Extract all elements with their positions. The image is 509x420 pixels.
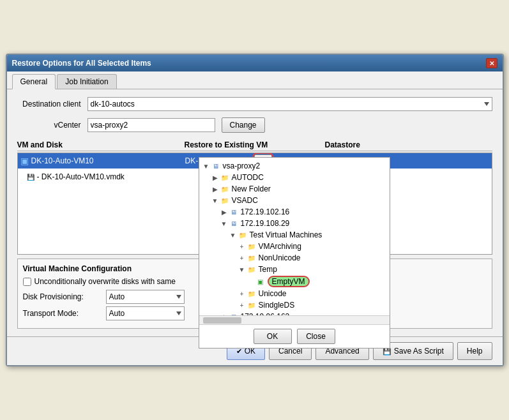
expand-icon: ▼ (238, 266, 247, 273)
folder-icon: 📁 (247, 300, 257, 310)
server-icon: 🖥 (211, 161, 221, 171)
tab-general[interactable]: General (12, 74, 56, 89)
help-button[interactable]: Help (457, 342, 492, 360)
close-button[interactable]: ✕ (486, 58, 498, 68)
server-icon: 🖥 (229, 207, 239, 217)
expand-icon: + (238, 255, 247, 262)
col-vm-disk: VM and Disk (17, 140, 185, 149)
tree-label-vmarchiving: VMArchiving (259, 242, 301, 251)
vm-icon: ▣ (20, 156, 29, 166)
tree-popup-buttons: OK Close (199, 324, 390, 348)
destination-client-label: Destination client (17, 100, 87, 109)
tree-label-autodc: AUTODC (232, 173, 264, 182)
tab-job-initiation[interactable]: Job Initiation (57, 74, 116, 89)
overwrite-label: Unconditionally overwrite disks with sam… (34, 277, 176, 286)
vcenter-input[interactable] (87, 118, 215, 132)
folder-icon: 📁 (220, 172, 230, 183)
tab-bar: General Job Initiation (7, 71, 503, 89)
disk-provisioning-select[interactable]: Auto AutoThinThickEagerZeroedThick (106, 290, 185, 304)
scrollbar-thumb (203, 317, 241, 324)
dialog-title: Restore Options for All Selected Items (12, 59, 151, 68)
tree-label-new-folder: New Folder (232, 184, 271, 193)
transport-mode-label: Transport Mode: (23, 309, 106, 318)
tree-node-172-96[interactable]: + 🖥 172.19.96.163 (202, 311, 387, 315)
tree-node-autodc[interactable]: ▶ 📁 AUTODC (202, 172, 387, 183)
tree-node-test-vms[interactable]: ▼ 📁 Test Virtual Machines (202, 229, 387, 241)
overwrite-checkbox[interactable] (23, 278, 31, 286)
server-icon: 🖥 (229, 218, 239, 229)
tree-node-sindgleds[interactable]: + 📁 SindgleDS (202, 299, 387, 311)
transport-mode-select[interactable]: Auto AutoThinThickEagerZeroedThick (106, 306, 185, 320)
tree-node-emptyvm[interactable]: ▣ EmptyVM (202, 275, 387, 288)
vm-icon: ▣ (255, 276, 266, 287)
title-bar: Restore Options for All Selected Items ✕ (7, 55, 503, 71)
disk-provisioning-label: Disk Provisioning: (23, 292, 106, 301)
destination-client-select[interactable]: dk-10-autocs (87, 97, 492, 111)
tree-close-button[interactable]: Close (297, 329, 335, 344)
folder-icon: 📁 (247, 253, 257, 263)
folder-icon: 📁 (220, 195, 230, 206)
tree-label-172-102: 172.19.102.16 (241, 207, 290, 216)
expand-icon: ▶ (211, 186, 220, 193)
tree-node-unicode[interactable]: + 📁 Unicode (202, 288, 387, 299)
folder-icon: 📁 (247, 264, 257, 274)
vm-name: DK-10-Auto-VM10 (31, 156, 94, 165)
tree-node-vmarchiving[interactable]: + 📁 VMArchiving (202, 241, 387, 252)
destination-client-row: Destination client dk-10-autocs (17, 97, 492, 111)
expand-icon: ▼ (229, 232, 238, 239)
expand-icon: ▶ (211, 174, 220, 181)
tree-label-sindgleds: SindgleDS (259, 301, 295, 310)
col-datastore: Datastore (325, 140, 492, 149)
disk-name: - DK-10-Auto-VM10.vmdk (37, 172, 125, 181)
folder-icon: 📁 (247, 289, 257, 299)
tree-node-temp[interactable]: ▼ 📁 Temp (202, 264, 387, 275)
expand-icon: + (238, 302, 247, 309)
expand-icon: ▼ (211, 197, 220, 204)
tree-scroll[interactable]: ▼ 🖥 vsa-proxy2 ▶ 📁 AUTODC ▶ 📁 New (199, 158, 390, 315)
tree-ok-button[interactable]: OK (254, 329, 292, 344)
expand-icon: ▼ (220, 220, 229, 227)
tree-label-temp: Temp (259, 265, 277, 274)
disk-icon: 💾 (27, 174, 34, 181)
expand-icon: ▼ (202, 163, 211, 170)
tree-popup: ▼ 🖥 vsa-proxy2 ▶ 📁 AUTODC ▶ 📁 New (199, 157, 390, 349)
tree-node-172-102[interactable]: ▶ 🖥 172.19.102.16 (202, 206, 387, 218)
dialog-body: Destination client dk-10-autocs vCenter … (7, 89, 503, 336)
expand-icon: ▶ (220, 209, 229, 216)
tree-label-vsadc: VSADC (232, 196, 258, 205)
tree-label-172-108: 172.19.108.29 (241, 219, 290, 228)
tree-scrollbar-h (199, 315, 390, 324)
folder-icon: 📁 (247, 241, 257, 251)
tree-label-unicode: Unicode (259, 289, 287, 298)
main-area: VM and Disk Restore to Existing VM Datas… (17, 139, 492, 255)
tree-node-vsadc[interactable]: ▼ 📁 VSADC (202, 195, 387, 206)
tree-label-nonunicode: NonUnicode (259, 253, 301, 262)
vcenter-row: vCenter Change (17, 117, 492, 133)
change-button[interactable]: Change (222, 117, 265, 133)
vcenter-label: vCenter (17, 121, 87, 130)
expand-icon: + (238, 243, 247, 250)
folder-icon: 📁 (220, 184, 230, 194)
main-dialog: Restore Options for All Selected Items ✕… (6, 54, 504, 366)
folder-icon: 📁 (238, 230, 248, 240)
expand-icon: + (238, 290, 247, 297)
tree-label-test-vms: Test Virtual Machines (250, 230, 323, 239)
tree-node-nonunicode[interactable]: + 📁 NonUnicode (202, 252, 387, 264)
tree-node-172-108[interactable]: ▼ 🖥 172.19.108.29 (202, 218, 387, 229)
col-restore: Restore to Existing VM (185, 140, 325, 149)
tree-node-new-folder[interactable]: ▶ 📁 New Folder (202, 183, 387, 195)
tree-label-vsa-proxy2: vsa-proxy2 (223, 161, 261, 170)
tree-label-emptyvm: EmptyVM (268, 276, 310, 287)
tree-node-vsa-proxy2[interactable]: ▼ 🖥 vsa-proxy2 (202, 160, 387, 172)
save-script-label: Save As Script (394, 347, 444, 356)
